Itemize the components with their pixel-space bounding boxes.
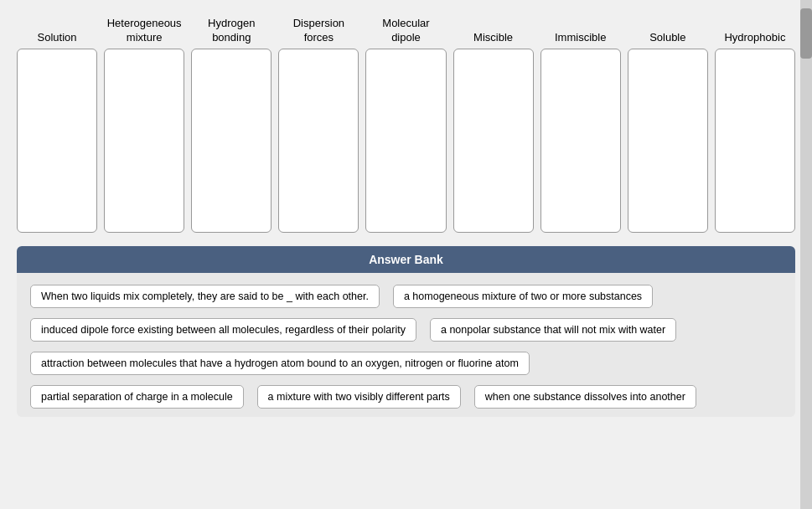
chip-solution-def[interactable]: a homogeneous mixture of two or more sub… [393, 285, 653, 308]
column-header-dispersion-forces: Dispersionforces [293, 8, 344, 45]
scrollbar-track[interactable] [800, 0, 812, 509]
answer-row-4: partial separation of charge in a molecu… [30, 385, 782, 409]
chip-hydrogen-def[interactable]: attraction between molecules that have a… [30, 352, 530, 375]
drop-box-molecular-dipole[interactable] [365, 49, 446, 233]
column-header-heterogeneous-mixture: Heterogeneousmixture [107, 8, 182, 45]
column-dispersion-forces: Dispersionforces [278, 8, 359, 233]
answer-bank-container: Answer Bank When two liquids mix complet… [17, 246, 795, 417]
column-immiscible: Immiscible [540, 8, 621, 233]
chip-heterogeneous-def[interactable]: a mixture with two visibly different par… [257, 385, 461, 409]
drop-box-soluble[interactable] [628, 49, 708, 233]
drop-box-hydrogen-bonding[interactable] [191, 49, 272, 233]
column-header-soluble: Soluble [649, 8, 685, 45]
drop-box-immiscible[interactable] [540, 49, 621, 233]
chip-dipole-def[interactable]: partial separation of charge in a molecu… [30, 385, 244, 409]
column-hydrophobic: Hydrophobic [715, 8, 795, 233]
answer-bank-title: Answer Bank [27, 253, 785, 266]
chip-miscible-def[interactable]: When two liquids mix completely, they ar… [30, 285, 380, 308]
column-header-immiscible: Immiscible [555, 8, 606, 45]
column-header-miscible: Miscible [473, 8, 513, 45]
drop-box-solution[interactable] [17, 49, 97, 233]
chip-hydrophobic-def[interactable]: a nonpolar substance that will not mix w… [430, 318, 676, 342]
chip-dispersion-def[interactable]: induced dipole force existing between al… [30, 318, 416, 342]
column-solution: Solution [17, 8, 97, 233]
answer-row-2: induced dipole force existing between al… [30, 318, 782, 342]
drop-box-miscible[interactable] [453, 49, 534, 233]
column-miscible: Miscible [453, 8, 534, 233]
columns-section: SolutionHeterogeneousmixtureHydrogenbond… [17, 8, 795, 233]
answer-bank-header: Answer Bank [17, 246, 795, 273]
answer-row-3: attraction between molecules that have a… [30, 352, 782, 375]
drop-box-heterogeneous-mixture[interactable] [104, 49, 184, 233]
answer-bank-body: When two liquids mix completely, they ar… [17, 273, 795, 417]
column-header-molecular-dipole: Moleculardipole [382, 8, 429, 45]
column-header-solution: Solution [38, 8, 77, 45]
chip-soluble-def[interactable]: when one substance dissolves into anothe… [474, 385, 696, 409]
drop-box-dispersion-forces[interactable] [278, 49, 359, 233]
drop-box-hydrophobic[interactable] [715, 49, 795, 233]
column-heterogeneous-mixture: Heterogeneousmixture [104, 8, 184, 233]
column-molecular-dipole: Moleculardipole [365, 8, 446, 233]
column-soluble: Soluble [628, 8, 708, 233]
column-hydrogen-bonding: Hydrogenbonding [191, 8, 272, 233]
column-header-hydrogen-bonding: Hydrogenbonding [208, 8, 255, 45]
column-header-hydrophobic: Hydrophobic [724, 8, 785, 45]
answer-row-1: When two liquids mix completely, they ar… [30, 285, 782, 308]
scrollbar-thumb[interactable] [800, 8, 812, 59]
